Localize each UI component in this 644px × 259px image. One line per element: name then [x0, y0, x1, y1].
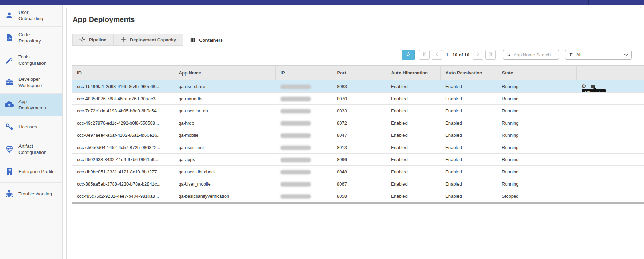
cell-state: Running	[497, 178, 576, 190]
cell-id: ccc-ff502633-8432-41d4-97b6-996156...	[72, 154, 174, 166]
cell-actions	[576, 190, 644, 202]
sidebar-item-label: Licenses	[18, 124, 37, 130]
redacted-ip-value	[280, 158, 311, 162]
capacity-icon	[121, 37, 126, 42]
search-input[interactable]	[513, 52, 556, 58]
table-row[interactable]: ccc-0e97aea4-a5af-4102-86a1-fd60e16... q…	[72, 129, 644, 141]
sidebar-item-enterprise-profile[interactable]: Enterprise Profile	[0, 160, 62, 183]
refresh-button[interactable]	[402, 50, 415, 60]
cell-actions	[576, 117, 644, 129]
sidebar-item-tools-configuration[interactable]: Tools Configuration	[0, 49, 62, 71]
code-file-icon	[5, 33, 14, 42]
sidebar-item-artifact-configuration[interactable]: Artifact Configuration	[0, 138, 62, 160]
table-row[interactable]: ccc-f85c75c2-9232-4ee7-b404-9810a8... qa…	[72, 190, 644, 202]
cell-actions	[576, 154, 644, 166]
cell-state: Running	[497, 166, 576, 178]
sidebar: User Onboarding Code Repository Tools Co…	[0, 5, 63, 259]
cell-auto-hibernation: Enabled	[386, 117, 440, 129]
cell-actions	[576, 178, 644, 190]
sidebar-item-label: Code Repository	[18, 32, 41, 44]
sidebar-item-developer-workspace[interactable]: Developer Workspace	[0, 71, 62, 94]
sidebar-item-troubleshooting[interactable]: Troubleshooting	[0, 183, 62, 205]
magic-wand-icon	[5, 55, 14, 65]
filter-funnel-icon	[569, 52, 573, 58]
cell-state: Running	[497, 105, 576, 117]
cell-actions	[576, 141, 644, 154]
tab-label: Pipeline	[89, 37, 106, 42]
cell-app-name: qa-hrdb	[174, 117, 275, 129]
cell-ip	[275, 93, 332, 105]
pagination-first-button[interactable]	[419, 50, 430, 60]
cell-id: ccc-4835d026-788f-46ea-a76d-30aac3...	[72, 93, 174, 105]
table-body: ccc-1b499fa1-2d98-416b-8c4b-960e68... qa…	[72, 80, 644, 202]
cell-auto-passivation: Enabled	[440, 129, 497, 141]
sidebar-item-licenses[interactable]: Licenses	[0, 116, 62, 138]
building-icon	[5, 167, 14, 176]
table-row[interactable]: ccc-385aa5ab-3788-4230-b78a-b2841c... qa…	[72, 178, 644, 190]
sidebar-item-label: Developer Workspace	[18, 76, 42, 88]
column-header-auto-passivation: Auto Passivation	[440, 66, 497, 80]
redacted-ip-value	[280, 97, 311, 101]
pagination-prev-button[interactable]	[432, 50, 442, 60]
cell-state: Stopped	[497, 190, 576, 202]
gear-icon[interactable]: ⚙	[581, 84, 586, 89]
table-row[interactable]: ccc-49c27876-ed1c-4292-b0f8-550588... qa…	[72, 117, 644, 129]
cell-auto-hibernation: Enabled	[386, 105, 440, 117]
row-actions: ⚙ Hibernate	[581, 80, 644, 92]
table-row[interactable]: ccc-4835d026-788f-46ea-a76d-30aac3... qa…	[72, 93, 644, 105]
cell-ip	[275, 141, 332, 154]
tab-label: Deployment Capacity	[130, 37, 176, 42]
cell-actions	[576, 105, 644, 117]
table-row[interactable]: ccc-1b499fa1-2d98-416b-8c4b-960e68... qa…	[72, 80, 644, 93]
cell-port: 8033	[332, 105, 386, 117]
cell-auto-passivation: Enabled	[440, 80, 497, 93]
tab-containers[interactable]: Containers	[183, 34, 230, 46]
cell-state: Running	[497, 141, 576, 154]
filter-dropdown[interactable]: All	[565, 50, 632, 60]
redacted-ip-value	[280, 182, 311, 187]
first-page-icon	[422, 52, 427, 58]
topbar-divider	[588, 0, 589, 5]
hibernate-tooltip: Hibernate	[582, 89, 606, 93]
cell-auto-hibernation: Enabled	[386, 129, 440, 141]
cell-actions	[576, 93, 644, 105]
cell-actions	[576, 129, 644, 141]
tab-pipeline[interactable]: Pipeline	[72, 34, 114, 46]
next-page-icon	[476, 52, 480, 58]
pagination-range: 1 - 10 of 10	[446, 52, 469, 57]
cell-ip	[275, 166, 332, 178]
refresh-icon	[405, 51, 411, 58]
sidebar-item-label: Artifact Configuration	[18, 143, 46, 155]
column-header-auto-hibernation: Auto Hibernation	[386, 66, 440, 80]
table-row[interactable]: ccc-7e72c1da-4193-4b05-b8d0-6b9c54... qa…	[72, 105, 644, 117]
user-icon	[5, 11, 14, 20]
cell-ip	[275, 190, 332, 202]
diamond-icon	[5, 144, 14, 154]
cell-ip	[275, 105, 332, 117]
sidebar-item-code-repository[interactable]: Code Repository	[0, 27, 62, 49]
cell-auto-passivation: Enabled	[440, 93, 497, 105]
table-row[interactable]: ccc-ff502633-8432-41d4-97b6-996156... qa…	[72, 154, 644, 166]
sidebar-item-user-onboarding[interactable]: User Onboarding	[0, 5, 62, 27]
containers-table: ID App Name IP Port Auto Hibernation Aut…	[72, 65, 644, 204]
prev-page-icon	[434, 52, 439, 58]
table-row[interactable]: ccc-c5050d64-1452-4c57-872b-086322... qa…	[72, 141, 644, 154]
tab-deployment-capacity[interactable]: Deployment Capacity	[113, 34, 183, 46]
cell-port: 8013	[332, 141, 386, 154]
cell-id: ccc-7e72c1da-4193-4b05-b8d0-6b9c54...	[72, 105, 174, 117]
topbar-divider	[643, 0, 643, 5]
column-header-id: ID	[72, 66, 174, 80]
cell-auto-passivation: Enabled	[440, 117, 497, 129]
pagination-last-button[interactable]	[485, 50, 496, 60]
table-bottom-scrollbar[interactable]	[72, 202, 644, 204]
cell-app-name: qa-apps	[174, 154, 275, 166]
table-row[interactable]: ccc-db9be051-2331-4121-8c10-8bd277... qa…	[72, 166, 644, 178]
sidebar-item-app-deployments[interactable]: App Deployments	[0, 94, 62, 116]
cell-port: 8047	[332, 129, 386, 141]
cell-app-name: qa-mobile	[174, 129, 275, 141]
pagination-next-button[interactable]	[473, 50, 483, 60]
redacted-ip-value	[280, 133, 311, 138]
cell-state: Running	[497, 117, 576, 129]
cell-state: Running	[497, 80, 576, 93]
cell-id: ccc-f85c75c2-9232-4ee7-b404-9810a8...	[72, 190, 174, 202]
